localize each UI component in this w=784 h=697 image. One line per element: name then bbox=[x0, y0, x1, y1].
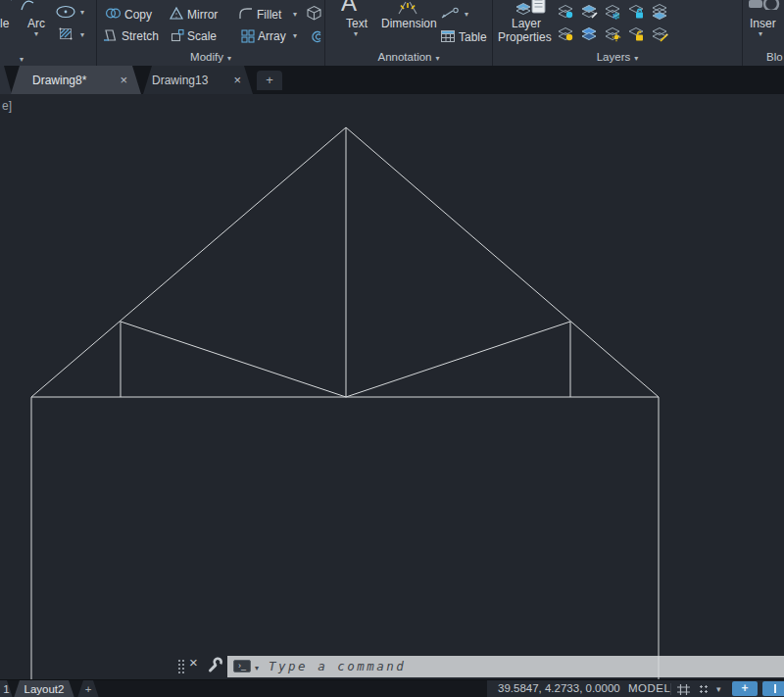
layers-panel-caret: ▾ bbox=[634, 54, 638, 63]
arc-dropdown-caret[interactable]: ▾ bbox=[34, 30, 38, 38]
ribbon-panel-layers: Layer Properties ❄ bbox=[493, 0, 743, 66]
insert-block-icon bbox=[747, 0, 784, 12]
layout-tab-partial[interactable]: 1 bbox=[0, 680, 13, 697]
text-button[interactable]: Text bbox=[346, 17, 368, 30]
layout-tab-layout2[interactable]: Layout2 bbox=[14, 680, 74, 697]
ellipse-dropdown-caret[interactable]: ▾ bbox=[80, 9, 84, 17]
layer-lock-icon[interactable] bbox=[626, 3, 648, 21]
draw-panel-expander-caret[interactable]: ▾ bbox=[20, 56, 24, 64]
dimension-icon bbox=[396, 0, 419, 15]
ortho-glyph bbox=[774, 684, 776, 693]
leader-icon[interactable] bbox=[439, 7, 461, 20]
file-tab-drawing8[interactable]: Drawing8* × bbox=[11, 66, 141, 94]
circle-icon bbox=[0, 0, 14, 11]
annotation-panel-caret: ▾ bbox=[435, 54, 439, 63]
ortho-mode-toggle[interactable] bbox=[762, 681, 784, 696]
scale-icon bbox=[170, 28, 185, 43]
status-bar: 1 Layout2 + 39.5847, 4.2733, 0.0000 MODE… bbox=[0, 679, 784, 697]
table-icon bbox=[440, 29, 456, 43]
text-dropdown-caret[interactable]: ▾ bbox=[354, 30, 358, 38]
array-icon bbox=[240, 28, 256, 43]
insert-button[interactable]: Inser bbox=[750, 17, 776, 30]
layer-match-icon[interactable] bbox=[650, 25, 671, 43]
ribbon-panel-draw: le Arc ▾ ▾ ▾ ▾ bbox=[0, 0, 97, 66]
layer-on-icon[interactable] bbox=[556, 25, 577, 43]
fillet-button[interactable]: Fillet bbox=[257, 8, 281, 22]
file-tab-bar: Drawing8* × Drawing13 × + bbox=[0, 66, 784, 94]
layer-freeze-icon[interactable]: ❄ bbox=[603, 3, 624, 21]
insert-dropdown-caret[interactable]: ▾ bbox=[759, 30, 762, 38]
leader-dropdown-caret[interactable]: ▾ bbox=[465, 11, 468, 19]
ellipse-icon[interactable] bbox=[55, 5, 76, 19]
snap-mode-icon[interactable] bbox=[699, 684, 710, 695]
layer-properties-icon bbox=[514, 0, 548, 15]
fillet-icon bbox=[238, 6, 254, 20]
layer-vp-freeze-icon[interactable] bbox=[579, 25, 601, 43]
annotation-panel-title[interactable]: Annotation▾ bbox=[325, 51, 492, 63]
close-tab-icon[interactable]: × bbox=[120, 73, 127, 87]
copy-button[interactable]: Copy bbox=[124, 8, 152, 22]
join-icon[interactable] bbox=[306, 30, 323, 43]
ribbon-panel-insert: Inser ▾ Blo bbox=[743, 0, 784, 66]
layer-unlock-icon[interactable] bbox=[626, 25, 648, 43]
model-space-toggle[interactable]: MODEL bbox=[628, 682, 670, 694]
svg-text:❄: ❄ bbox=[612, 11, 620, 22]
ribbon-panel-annotation: A Text ▾ Dimension ▾ Tabl bbox=[325, 0, 493, 66]
file-tab-label: Drawing8* bbox=[32, 74, 86, 87]
modify-panel-caret: ▾ bbox=[227, 54, 231, 63]
coordinates-display: 39.5847, 4.2733, 0.0000 bbox=[498, 682, 620, 694]
status-separator bbox=[670, 683, 671, 695]
arc-button-label[interactable]: Arc bbox=[27, 17, 45, 30]
scale-button[interactable]: Scale bbox=[187, 29, 217, 43]
new-layout-button[interactable]: + bbox=[77, 680, 99, 697]
layer-thaw-icon[interactable] bbox=[603, 25, 624, 43]
copy-icon bbox=[105, 6, 122, 21]
truss-drawing[interactable] bbox=[0, 94, 784, 679]
text-tool-icon: A bbox=[341, 0, 370, 15]
layer-list-icon[interactable] bbox=[650, 3, 671, 21]
stretch-button[interactable]: Stretch bbox=[122, 29, 159, 43]
fillet-dropdown-caret[interactable]: ▾ bbox=[293, 11, 297, 19]
modify-panel-title[interactable]: Modify▾ bbox=[97, 51, 324, 63]
mirror-button[interactable]: Mirror bbox=[187, 8, 218, 22]
layer-properties-button-line2[interactable]: Properties bbox=[498, 30, 552, 44]
ribbon: le Arc ▾ ▾ ▾ ▾ bbox=[0, 0, 784, 66]
model-space-canvas[interactable]: e] × ›_ ▾ Type a command bbox=[0, 94, 784, 679]
snap-dropdown-caret[interactable]: ▾ bbox=[716, 684, 721, 694]
table-button[interactable]: Table bbox=[459, 30, 487, 44]
autocad-window: le Arc ▾ ▾ ▾ ▾ bbox=[0, 0, 784, 697]
grid-display-icon[interactable] bbox=[676, 683, 691, 696]
file-tab-partial[interactable] bbox=[0, 66, 12, 94]
dimension-button[interactable]: Dimension bbox=[381, 17, 437, 30]
arc-icon bbox=[20, 0, 35, 11]
array-button[interactable]: Array bbox=[258, 29, 286, 43]
block-panel-title[interactable]: Blo bbox=[766, 51, 783, 63]
file-tab-drawing13[interactable]: Drawing13 × bbox=[143, 66, 253, 94]
file-tab-label: Drawing13 bbox=[152, 74, 208, 87]
layer-properties-button-line1[interactable]: Layer bbox=[512, 17, 541, 30]
layers-panel-title[interactable]: Layers▾ bbox=[493, 51, 742, 63]
cube-icon[interactable] bbox=[306, 5, 322, 22]
stretch-icon bbox=[102, 27, 119, 43]
layer-isolate-icon[interactable] bbox=[579, 3, 601, 21]
circle-button-label[interactable]: le bbox=[0, 17, 9, 30]
hatch-dropdown-caret[interactable]: ▾ bbox=[80, 31, 84, 39]
status-bar-right: 39.5847, 4.2733, 0.0000 MODEL ▾ + bbox=[487, 680, 784, 697]
ribbon-panel-modify: Copy Mirror Fillet ▾ Stretch Scale bbox=[97, 0, 325, 66]
mirror-icon bbox=[169, 6, 184, 21]
hatch-icon[interactable] bbox=[58, 26, 74, 42]
new-tab-button[interactable]: + bbox=[257, 71, 282, 90]
array-dropdown-caret[interactable]: ▾ bbox=[293, 32, 297, 40]
dynamic-input-toggle[interactable]: + bbox=[732, 681, 758, 696]
close-tab-icon[interactable]: × bbox=[233, 73, 241, 87]
layer-off-icon[interactable] bbox=[556, 3, 577, 21]
